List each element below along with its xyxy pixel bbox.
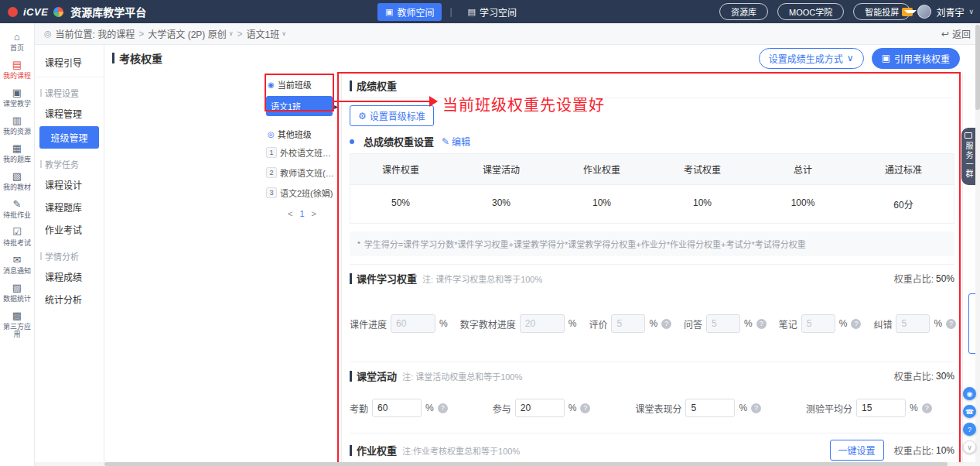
quiz-average-input[interactable] <box>856 399 906 417</box>
courseware-progress-input <box>391 314 435 333</box>
sidebar-item-course-design[interactable]: 课程设计 <box>35 173 104 196</box>
rail-item-my-courses[interactable]: ▤ 我的课程 <box>0 56 34 84</box>
main-header: 考核权重 设置成绩生成方式 ∨ ▣ 引用考核权重 <box>104 45 980 71</box>
title-bar-icon <box>112 53 114 63</box>
user-caret-icon: ∨ <box>968 8 974 15</box>
sidebar-item-class-management[interactable]: 班级管理 <box>39 126 99 149</box>
my-resources-icon: ▥ <box>12 115 22 126</box>
sidebar-item-course-question-bank[interactable]: 课程题库 <box>35 196 104 218</box>
rail-item-notifications[interactable]: ✉ 消息通知 <box>0 251 34 279</box>
breadcrumb-course[interactable]: 大学语文 (2P) 原创 ∨ <box>148 27 233 40</box>
digital-textbook-progress-input <box>520 314 565 333</box>
breadcrumb-class[interactable]: 语文1班 ∨ <box>247 27 287 40</box>
service-icon[interactable]: ◉ <box>963 387 976 400</box>
participation-field: 参与 % ? <box>493 399 591 417</box>
attendance-field: 考勤 % ? <box>350 399 448 417</box>
rail-item-data-statistics[interactable]: ▨ 数据统计 <box>0 279 34 307</box>
icon-rail: ⌂ 首页 ▤ 我的课程 ▣ 课堂教学 ▥ 我的资源 ▦ 我的题库 ▧ 我的教材 <box>0 23 35 466</box>
page-title: 考核权重 <box>119 50 162 66</box>
app-window: iCVE 资源库教学平台 ▣ 教师空间 | ▤ 学习空间 资源库 MOOC学院 … <box>0 0 980 466</box>
attendance-input[interactable] <box>372 399 422 417</box>
courseware-ratio: 权重占比: 50% <box>894 272 954 285</box>
sidebar-item-statistics-analysis[interactable]: 统计分析 <box>35 288 104 310</box>
promotion-standard-button[interactable]: ⚙ 设置晋级标准 <box>350 105 434 126</box>
resource-library-button[interactable]: 资源库 <box>719 3 768 20</box>
quote-assessment-weight-button[interactable]: ▣ 引用考核权重 <box>872 48 960 69</box>
one-click-setup-button[interactable]: 一键设置 <box>830 440 884 461</box>
class-submenu-arrow-icon[interactable]: ▸ <box>334 102 338 111</box>
sidebar-item-homework-exam[interactable]: 作业考试 <box>35 218 104 241</box>
page-prev-button[interactable]: < <box>288 209 292 218</box>
space-nav: ▣ 教师空间 | ▤ 学习空间 <box>377 0 524 23</box>
info-icon: ? <box>756 319 767 329</box>
class-index-badge: 3 <box>266 187 277 198</box>
contact-icon[interactable]: ☎ <box>963 405 976 418</box>
rail-item-third-party-apps[interactable]: ▩ 第三方应用 <box>0 307 34 342</box>
info-icon: ? <box>751 403 761 413</box>
collapse-icon[interactable]: ∨ <box>963 440 976 454</box>
edit-total-weight-link[interactable]: ✎ 编辑 <box>442 135 470 148</box>
title-bar-icon <box>350 273 352 284</box>
mooc-college-button[interactable]: MOOC学院 <box>777 3 844 20</box>
participation-input[interactable] <box>515 399 565 417</box>
horizontal-scrollbar-thumb[interactable] <box>104 462 948 466</box>
class-index-badge: 1 <box>266 147 277 158</box>
rail-item-my-textbooks[interactable]: ▧ 我的教材 <box>0 167 34 195</box>
info-icon: ? <box>946 319 956 329</box>
help-icon[interactable]: ? <box>963 423 976 436</box>
class-panel: ◉ 当前班级 语文1班 ▸ ◎ 其他班级 <box>266 71 338 218</box>
rail-item-question-bank[interactable]: ▦ 我的题库 <box>0 139 34 167</box>
homework-ratio: 一键设置 权重占比: 10% <box>830 440 954 461</box>
other-class-label: ◎ 其他班级 <box>266 125 338 142</box>
vertical-scrollbar-thumb[interactable] <box>975 25 980 110</box>
course-sidebar: 课程引导 课程设置 课程管理 班级管理 教学任务 课程设计 课程题库 作业考试 <box>35 45 104 466</box>
gear-icon: ⚙ <box>358 111 367 122</box>
nav-teacher-space[interactable]: ▣ 教师空间 <box>377 3 442 21</box>
avatar[interactable] <box>917 5 931 19</box>
screen-cast-icon <box>965 132 972 139</box>
rail-item-my-resources[interactable]: ▥ 我的资源 <box>0 111 34 139</box>
notes-field: 笔记 % ? <box>779 314 862 333</box>
course-caret-icon: ∨ <box>229 30 234 37</box>
class-list-item[interactable]: 3 语文2班(徐娟) <box>266 183 338 203</box>
user-area[interactable]: 刘青宇 ∨ <box>902 0 974 23</box>
data-statistics-icon: ▨ <box>12 283 22 293</box>
digital-textbook-progress-field: 数字教材进度 % <box>460 314 577 333</box>
courseware-weight-section: 课件学习权重 注: 课件学习权重总和等于100% 权重占比: 50% <box>350 264 954 361</box>
notification-icon[interactable] <box>902 8 913 16</box>
sidebar-item-course-grades[interactable]: 课程成绩 <box>35 266 104 288</box>
class-performance-input[interactable] <box>685 399 735 417</box>
grade-weight-card: 成绩权重 ⚙ 设置晋级标准 总成绩权重设置 <box>341 73 963 466</box>
class-pagination: < 1 > <box>266 209 338 218</box>
rail-item-pending-exams[interactable]: ☑ 待批考试 <box>0 223 34 251</box>
notes-input <box>801 314 835 333</box>
group-bar-icon <box>40 252 42 260</box>
rail-item-classroom-teaching[interactable]: ▣ 课堂教学 <box>0 84 34 111</box>
breadcrumb-prefix: 当前位置: 我的课程 <box>56 27 135 40</box>
current-class-item[interactable]: 语文1班 <box>266 96 333 116</box>
rail-item-home[interactable]: ⌂ 首页 <box>0 28 34 56</box>
class-index-badge: 2 <box>266 167 277 178</box>
page-number[interactable]: 1 <box>299 209 304 218</box>
grade-generation-method-button[interactable]: 设置成绩生成方式 ∨ <box>759 48 864 69</box>
summary-header-row: 课件权重 课堂活动 作业权重 考试权重 总计 通过标准 <box>350 154 954 185</box>
sidebar-item-course-guide[interactable]: 课程引导 <box>35 50 104 77</box>
class-list-item[interactable]: 2 教师语文班(刘青宇) <box>266 163 338 183</box>
group-bar-icon <box>40 89 42 97</box>
info-icon: ? <box>661 319 671 329</box>
back-button[interactable]: ↩ 返回 <box>941 27 971 40</box>
weight-summary-table: 课件权重 课堂活动 作业权重 考试权重 总计 通过标准 50% 30% <box>350 153 954 224</box>
user-name[interactable]: 刘青宇 <box>936 5 964 19</box>
sidebar-item-course-management[interactable]: 课程管理 <box>35 102 104 125</box>
rail-item-pending-homework[interactable]: ✎ 待批作业 <box>0 195 34 223</box>
class-list-item[interactable]: 1 外校语文班级(刘青宁sy) <box>266 142 338 163</box>
nav-learning-space[interactable]: ▤ 学习空间 <box>460 3 524 21</box>
sidebar-group-course-settings: 课程设置 <box>40 87 104 99</box>
error-correction-field: 纠错 % ? <box>873 314 956 333</box>
page-next-button[interactable]: > <box>312 209 316 218</box>
group-bar-icon <box>40 160 42 168</box>
top-links: 资源库 MOOC学院 智能投屏 <box>719 0 910 23</box>
question-bank-icon: ▦ <box>12 143 22 154</box>
service-group-badge[interactable]: 服务一群 <box>961 128 975 185</box>
header-actions: 设置成绩生成方式 ∨ ▣ 引用考核权重 <box>759 48 960 69</box>
